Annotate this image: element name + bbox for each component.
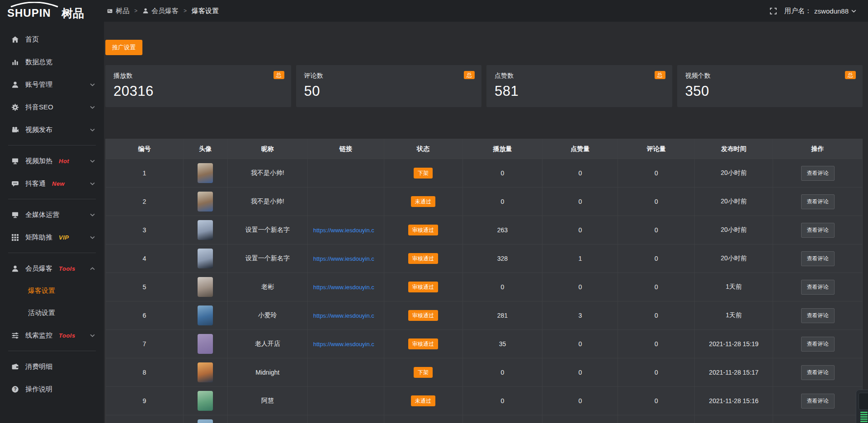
sidebar-subitem-activity-settings[interactable]: 活动设置	[0, 302, 104, 324]
column-header-播放量: 播放量	[462, 139, 542, 159]
status-tag[interactable]: 下架	[414, 367, 433, 378]
sidebar-item-clue-monitor[interactable]: 线索监控Tools	[0, 324, 104, 347]
cell-nickname: Midnight	[227, 358, 307, 387]
stat-card-total-badge: 总	[274, 71, 284, 79]
view-comments-button[interactable]: 查看评论	[801, 166, 835, 181]
breadcrumb-item-item[interactable]: 树品	[107, 7, 129, 15]
cell-nickname	[227, 415, 307, 423]
cell-status: 审核通过	[384, 273, 462, 301]
stat-card-评论数: 评论数总50	[296, 65, 482, 107]
sidebar-item-operation-guide[interactable]: ?操作说明	[0, 378, 104, 400]
video-link[interactable]: https://www.iesdouyin.c	[311, 312, 381, 319]
view-comments-button[interactable]: 查看评论	[801, 251, 835, 266]
sidebar-item-media-operation[interactable]: 全媒体运营	[0, 203, 104, 226]
video-link[interactable]: https://www.iesdouyin.c	[311, 255, 381, 262]
sidebar-item-matrix-boost[interactable]: 矩阵助推VIP	[0, 226, 104, 249]
video-link[interactable]: https://www.iesdouyin.c	[311, 227, 381, 234]
view-comments-button[interactable]: 查看评论	[801, 280, 835, 295]
table-row: 8Midnight下架0002021-11-28 15:17查看评论	[106, 358, 863, 387]
video-link[interactable]: https://www.iesdouyin.c	[311, 284, 381, 291]
cell-action: 查看评论	[773, 301, 863, 330]
view-comments-button[interactable]: 查看评论	[801, 365, 835, 380]
widget-stripe	[860, 412, 868, 413]
sidebar-item-consume-detail[interactable]: 消费明细	[0, 355, 104, 378]
status-tag[interactable]: 下架	[414, 168, 433, 179]
stat-card-total-badge: 总	[655, 71, 665, 79]
view-comments-button[interactable]: 查看评论	[801, 394, 835, 409]
user-icon	[11, 265, 19, 273]
avatar	[198, 306, 213, 325]
stat-card-value: 50	[304, 83, 474, 99]
cell-link: https://www.iesdouyin.c	[307, 330, 384, 358]
status-tag[interactable]: 审核通过	[408, 338, 438, 349]
avatar	[198, 419, 213, 423]
cell-nickname: 我不是小帅!	[227, 188, 307, 216]
sidebar-item-label: 操作说明	[25, 385, 52, 394]
sidebar-divider	[8, 351, 96, 351]
avatar	[198, 163, 213, 183]
sidebar-item-member-baoke[interactable]: 会员爆客Tools	[0, 257, 104, 280]
cell-nickname: 设置一个新名字	[227, 216, 307, 244]
cell-id: 6	[106, 301, 184, 330]
sidebar-item-label: 账号管理	[25, 80, 52, 89]
view-comments-button[interactable]: 查看评论	[801, 308, 835, 323]
sidebar-item-home[interactable]: 首页	[0, 28, 104, 51]
cell-action: 查看评论	[773, 387, 863, 415]
view-comments-button[interactable]: 查看评论	[801, 223, 835, 238]
chevron-down-icon	[90, 236, 95, 239]
sidebar-item-label: 视频发布	[25, 126, 52, 134]
user-menu[interactable]: 用户名：zswodun88	[784, 7, 856, 15]
video-camera-icon	[11, 126, 19, 134]
cell-id: 7	[106, 330, 184, 358]
view-comments-button[interactable]: 查看评论	[801, 337, 835, 352]
sidebar-divider	[8, 199, 96, 199]
status-tag[interactable]: 未通过	[411, 196, 435, 207]
cell-comments: 0	[618, 387, 695, 415]
status-tag[interactable]: 审核通过	[408, 253, 438, 264]
status-tag[interactable]: 审核通过	[408, 310, 438, 321]
cell-id: 2	[106, 188, 184, 216]
sidebar-divider	[8, 145, 96, 146]
video-link[interactable]: https://www.iesdouyin.c	[311, 341, 381, 348]
status-tag[interactable]: 审核通过	[408, 225, 438, 235]
sidebar-item-account-manage[interactable]: 账号管理	[0, 73, 104, 96]
chevron-down-icon	[90, 106, 95, 109]
chevron-down-icon	[90, 160, 95, 163]
floating-service-widget[interactable]	[856, 390, 868, 423]
column-header-头像: 头像	[183, 139, 227, 159]
breadcrumb-item-member-baoke[interactable]: 会员爆客	[142, 7, 179, 15]
column-header-发布时间: 发布时间	[695, 139, 773, 159]
cell-nickname: 老人开店	[227, 330, 307, 358]
view-comments-button[interactable]: 查看评论	[801, 194, 835, 209]
cell-publish-time: 20小时前	[695, 159, 773, 188]
sidebar-item-douketong[interactable]: 抖客通New	[0, 172, 104, 195]
stat-card-label: 评论数	[304, 72, 474, 80]
status-tag[interactable]: 未通过	[411, 395, 435, 406]
cell-id: 5	[106, 273, 184, 301]
sidebar-item-data-overview[interactable]: 数据总览	[0, 51, 104, 73]
sidebar-item-video-publish[interactable]: 视频发布	[0, 118, 104, 141]
breadcrumb-item-baoke-settings[interactable]: 爆客设置	[192, 7, 219, 15]
sidebar-item-douyin-seo[interactable]: 抖音SEO	[0, 96, 104, 118]
stat-card-label: 播放数	[113, 72, 283, 80]
table-row: 2我不是小帅!未通过00020小时前查看评论	[106, 188, 863, 216]
stat-card-total-badge: 总	[845, 71, 856, 79]
chevron-down-icon	[90, 128, 95, 132]
cell-id: 4	[106, 244, 184, 273]
sidebar-subitem-baoke-settings[interactable]: 爆客设置	[0, 280, 104, 302]
topbar-right: 用户名：zswodun88	[769, 7, 856, 15]
promo-settings-button[interactable]: 推广设置	[105, 40, 142, 55]
main-content: 推广设置 播放数总20316评论数总50点赞数总581视频个数总350 编号头像…	[104, 22, 868, 423]
question-icon: ?	[11, 385, 19, 393]
status-tag[interactable]: 审核通过	[408, 282, 438, 292]
fullscreen-icon[interactable]	[769, 7, 777, 15]
cell-likes: 0	[542, 216, 618, 244]
breadcrumb-label: 树品	[116, 7, 129, 15]
sidebar-item-video-heat[interactable]: 视频加热Hot	[0, 150, 104, 172]
cell-id	[106, 415, 184, 423]
cell-action: 查看评论	[773, 358, 863, 387]
table-row: 6小爱玲https://www.iesdouyin.c审核通过281301天前查…	[106, 301, 863, 330]
stat-card-label: 视频个数	[685, 72, 855, 80]
table-row: 3设置一个新名字https://www.iesdouyin.c审核通过26300…	[106, 216, 863, 244]
sidebar-item-label: 抖音SEO	[25, 103, 53, 112]
